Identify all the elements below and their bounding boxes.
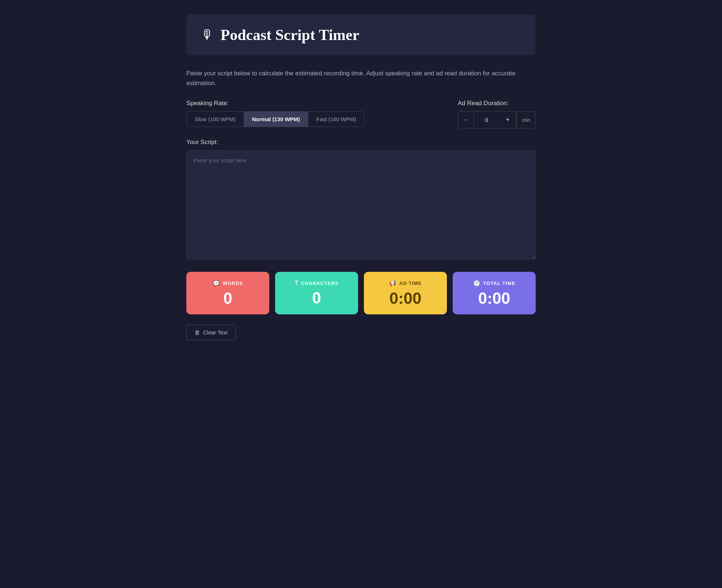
clear-text-button[interactable]: 🗑 Clear Text [186, 325, 236, 340]
stats-row: 💬 WORDS 0 T CHARACTERS 0 📢 AD TIME 0:00 … [186, 272, 536, 314]
characters-card: T CHARACTERS 0 [275, 272, 358, 314]
totaltime-card: 🕐 TOTAL TIME 0:00 [453, 272, 536, 314]
clear-button-label: Clear Text [203, 329, 227, 335]
characters-label: CHARACTERS [301, 281, 338, 286]
words-card-header: 💬 WORDS [213, 280, 243, 287]
ad-increment-button[interactable]: + [499, 112, 517, 128]
script-section: Your Script: [186, 139, 536, 272]
speaking-rate-section: Speaking Rate: Slow (100 WPM) Normal (13… [186, 100, 364, 127]
page-title: Podcast Script Timer [221, 26, 359, 44]
ad-read-label: Ad Read Duration: [458, 100, 536, 107]
wpm-slow-button[interactable]: Slow (100 WPM) [187, 112, 244, 127]
controls-row: Speaking Rate: Slow (100 WPM) Normal (13… [186, 100, 536, 128]
mic-icon: 🎙 [201, 27, 214, 43]
characters-card-header: T CHARACTERS [295, 280, 339, 286]
trash-icon: 🗑 [195, 329, 200, 335]
main-container: 🎙 Podcast Script Timer Paste your script… [186, 15, 536, 340]
wpm-button-group: Slow (100 WPM) Normal (130 WPM) Fast (16… [186, 111, 364, 127]
script-textarea[interactable] [186, 150, 536, 259]
adtime-card: 📢 AD TIME 0:00 [364, 272, 447, 314]
ad-decrement-button[interactable]: - [458, 112, 474, 128]
adtime-icon: 📢 [389, 280, 396, 287]
wpm-fast-button[interactable]: Fast (160 WPM) [308, 112, 364, 127]
adtime-value: 0:00 [389, 290, 421, 306]
ad-value-input[interactable] [474, 112, 499, 127]
words-card: 💬 WORDS 0 [186, 272, 269, 314]
characters-icon: T [295, 280, 298, 286]
words-label: WORDS [223, 281, 243, 286]
totaltime-icon: 🕐 [473, 280, 480, 287]
ad-read-section: Ad Read Duration: - + min [458, 100, 536, 128]
totaltime-card-header: 🕐 TOTAL TIME [473, 280, 516, 287]
ad-unit-label: min [516, 113, 535, 127]
ad-read-controls: - + min [458, 111, 536, 128]
characters-value: 0 [312, 290, 321, 306]
adtime-label: AD TIME [399, 281, 422, 286]
speaking-rate-label: Speaking Rate: [186, 100, 364, 107]
words-value: 0 [223, 290, 232, 306]
totaltime-value: 0:00 [478, 290, 510, 306]
script-label: Your Script: [186, 139, 536, 146]
words-icon: 💬 [213, 280, 220, 287]
description-text: Paste your script below to calculate the… [186, 68, 536, 88]
wpm-normal-button[interactable]: Normal (130 WPM) [244, 112, 309, 127]
header-banner: 🎙 Podcast Script Timer [186, 15, 536, 55]
adtime-card-header: 📢 AD TIME [389, 280, 422, 287]
totaltime-label: TOTAL TIME [483, 281, 516, 286]
